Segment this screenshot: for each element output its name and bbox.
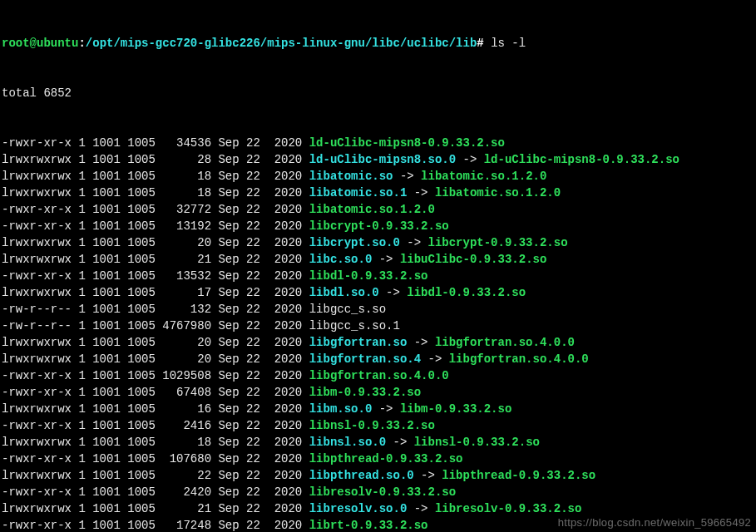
file-listing-row: -rwxr-xr-x 1 1001 1005 107680 Sep 22 202… bbox=[2, 451, 754, 467]
file-listing-row: -rw-r--r-- 1 1001 1005 4767980 Sep 22 20… bbox=[2, 318, 754, 334]
file-meta: lrwxrwxrwx 1 1001 1005 22 Sep 22 2020 bbox=[2, 469, 309, 482]
file-meta: lrwxrwxrwx 1 1001 1005 18 Sep 22 2020 bbox=[2, 170, 309, 183]
file-listing-row: lrwxrwxrwx 1 1001 1005 22 Sep 22 2020 li… bbox=[2, 467, 754, 484]
symlink-arrow: -> bbox=[372, 253, 400, 266]
file-listing-row: lrwxrwxrwx 1 1001 1005 16 Sep 22 2020 li… bbox=[2, 401, 754, 417]
file-name: libgfortran.so.4 bbox=[309, 352, 421, 366]
symlink-arrow: -> bbox=[379, 286, 408, 299]
file-listing-row: -rwxr-xr-x 1 1001 1005 1029508 Sep 22 20… bbox=[2, 367, 754, 384]
symlink-arrow: -> bbox=[407, 502, 435, 515]
file-name: libgcc_s.so.1 bbox=[309, 319, 400, 332]
file-meta: -rwxr-xr-x 1 1001 1005 13192 Sep 22 2020 bbox=[2, 219, 309, 233]
file-name: libdl.so.0 bbox=[309, 286, 379, 299]
file-meta: lrwxrwxrwx 1 1001 1005 28 Sep 22 2020 bbox=[2, 153, 309, 166]
file-listing-row: lrwxrwxrwx 1 1001 1005 28 Sep 22 2020 ld… bbox=[2, 151, 754, 168]
file-name: libcrypt.so.0 bbox=[309, 236, 400, 249]
file-name: libm.so.0 bbox=[309, 402, 373, 416]
file-listing-row: lrwxrwxrwx 1 1001 1005 18 Sep 22 2020 li… bbox=[2, 434, 754, 451]
symlink-target: libresolv-0.9.33.2.so bbox=[435, 502, 581, 515]
file-listing-row: -rwxr-xr-x 1 1001 1005 13192 Sep 22 2020… bbox=[2, 218, 754, 234]
file-listing-row: -rw-r--r-- 1 1001 1005 132 Sep 22 2020 l… bbox=[2, 301, 754, 318]
symlink-target: libatomic.so.1.2.0 bbox=[435, 186, 561, 200]
terminal-output[interactable]: root@ubuntu:/opt/mips-gcc720-glibc226/mi… bbox=[0, 0, 756, 532]
file-name: libdl-0.9.33.2.so bbox=[309, 269, 428, 283]
file-name: libpthread.so.0 bbox=[309, 469, 414, 482]
file-meta: -rwxr-xr-x 1 1001 1005 67408 Sep 22 2020 bbox=[2, 386, 309, 399]
file-meta: -rwxr-xr-x 1 1001 1005 107680 Sep 22 202… bbox=[2, 452, 309, 466]
file-name: librt-0.9.33.2.so bbox=[309, 519, 428, 532]
file-meta: lrwxrwxrwx 1 1001 1005 20 Sep 22 2020 bbox=[2, 352, 309, 366]
file-meta: -rwxr-xr-x 1 1001 1005 1029508 Sep 22 20… bbox=[2, 369, 309, 382]
file-listing-row: -rwxr-xr-x 1 1001 1005 32772 Sep 22 2020… bbox=[2, 201, 754, 218]
file-meta: -rwxr-xr-x 1 1001 1005 2416 Sep 22 2020 bbox=[2, 419, 309, 432]
file-meta: -rwxr-xr-x 1 1001 1005 17248 Sep 22 2020 bbox=[2, 519, 309, 532]
file-listing: -rwxr-xr-x 1 1001 1005 34536 Sep 22 2020… bbox=[2, 135, 754, 532]
file-meta: lrwxrwxrwx 1 1001 1005 16 Sep 22 2020 bbox=[2, 402, 309, 416]
file-listing-row: lrwxrwxrwx 1 1001 1005 17 Sep 22 2020 li… bbox=[2, 284, 754, 301]
symlink-target: libm-0.9.33.2.so bbox=[400, 402, 511, 416]
file-name: libpthread-0.9.33.2.so bbox=[309, 452, 463, 466]
file-meta: lrwxrwxrwx 1 1001 1005 18 Sep 22 2020 bbox=[2, 436, 309, 449]
symlink-arrow: -> bbox=[400, 236, 428, 249]
file-listing-row: lrwxrwxrwx 1 1001 1005 18 Sep 22 2020 li… bbox=[2, 168, 754, 185]
file-name: ld-uClibc-mipsn8-0.9.33.2.so bbox=[309, 136, 505, 150]
file-name: libgfortran.so bbox=[309, 336, 408, 349]
file-name: libresolv.so.0 bbox=[309, 502, 408, 515]
file-listing-row: lrwxrwxrwx 1 1001 1005 20 Sep 22 2020 li… bbox=[2, 234, 754, 251]
file-name: libc.so.0 bbox=[309, 253, 373, 266]
symlink-target: ld-uClibc-mipsn8-0.9.33.2.so bbox=[484, 153, 679, 166]
symlink-target: libnsl-0.9.33.2.so bbox=[414, 436, 540, 449]
file-meta: -rwxr-xr-x 1 1001 1005 2420 Sep 22 2020 bbox=[2, 485, 309, 499]
file-name: libatomic.so.1 bbox=[309, 186, 408, 200]
file-listing-row: -rwxr-xr-x 1 1001 1005 34536 Sep 22 2020… bbox=[2, 135, 754, 151]
file-meta: -rwxr-xr-x 1 1001 1005 13532 Sep 22 2020 bbox=[2, 269, 309, 283]
symlink-target: libcrypt-0.9.33.2.so bbox=[428, 236, 568, 249]
file-name: libgfortran.so.4.0.0 bbox=[309, 369, 449, 382]
file-listing-row: lrwxrwxrwx 1 1001 1005 20 Sep 22 2020 li… bbox=[2, 351, 754, 367]
symlink-arrow: -> bbox=[414, 469, 442, 482]
file-meta: -rw-r--r-- 1 1001 1005 4767980 Sep 22 20… bbox=[2, 319, 309, 332]
file-listing-row: -rwxr-xr-x 1 1001 1005 13532 Sep 22 2020… bbox=[2, 268, 754, 284]
file-meta: lrwxrwxrwx 1 1001 1005 21 Sep 22 2020 bbox=[2, 502, 309, 515]
file-name: libnsl-0.9.33.2.so bbox=[309, 419, 435, 432]
file-name: libgcc_s.so bbox=[309, 303, 386, 316]
file-name: libcrypt-0.9.33.2.so bbox=[309, 219, 449, 233]
symlink-target: libpthread-0.9.33.2.so bbox=[442, 469, 595, 482]
file-listing-row: -rwxr-xr-x 1 1001 1005 2420 Sep 22 2020 … bbox=[2, 484, 754, 500]
symlink-arrow: -> bbox=[407, 186, 435, 200]
file-meta: lrwxrwxrwx 1 1001 1005 20 Sep 22 2020 bbox=[2, 236, 309, 249]
symlink-target: libgfortran.so.4.0.0 bbox=[449, 352, 589, 366]
file-listing-row: -rwxr-xr-x 1 1001 1005 17248 Sep 22 2020… bbox=[2, 517, 754, 532]
file-meta: lrwxrwxrwx 1 1001 1005 21 Sep 22 2020 bbox=[2, 253, 309, 266]
file-listing-row: lrwxrwxrwx 1 1001 1005 21 Sep 22 2020 li… bbox=[2, 251, 754, 268]
file-listing-row: -rwxr-xr-x 1 1001 1005 67408 Sep 22 2020… bbox=[2, 384, 754, 401]
symlink-arrow: -> bbox=[407, 336, 435, 349]
file-name: ld-uClibc-mipsn8.so.0 bbox=[309, 153, 456, 166]
symlink-arrow: -> bbox=[421, 352, 449, 366]
prompt-path: /opt/mips-gcc720-glibc226/mips-linux-gnu… bbox=[86, 37, 477, 50]
symlink-target: libuClibc-0.9.33.2.so bbox=[400, 253, 546, 266]
command-text: ls -l bbox=[491, 37, 526, 50]
symlink-arrow: -> bbox=[393, 170, 422, 183]
file-listing-row: lrwxrwxrwx 1 1001 1005 18 Sep 22 2020 li… bbox=[2, 185, 754, 201]
file-name: libresolv-0.9.33.2.so bbox=[309, 485, 456, 499]
file-listing-row: lrwxrwxrwx 1 1001 1005 21 Sep 22 2020 li… bbox=[2, 500, 754, 517]
total-line: total 6852 bbox=[2, 85, 754, 101]
file-meta: lrwxrwxrwx 1 1001 1005 20 Sep 22 2020 bbox=[2, 336, 309, 349]
file-name: libnsl.so.0 bbox=[309, 436, 386, 449]
symlink-arrow: -> bbox=[456, 153, 484, 166]
symlink-target: libdl-0.9.33.2.so bbox=[407, 286, 526, 299]
file-name: libm-0.9.33.2.so bbox=[309, 386, 421, 399]
file-name: libatomic.so bbox=[309, 170, 393, 183]
symlink-arrow: -> bbox=[372, 402, 400, 416]
file-name: libatomic.so.1.2.0 bbox=[309, 203, 435, 216]
file-listing-row: -rwxr-xr-x 1 1001 1005 2416 Sep 22 2020 … bbox=[2, 417, 754, 434]
symlink-target: libgfortran.so.4.0.0 bbox=[435, 336, 575, 349]
file-listing-row: lrwxrwxrwx 1 1001 1005 20 Sep 22 2020 li… bbox=[2, 334, 754, 351]
symlink-target: libatomic.so.1.2.0 bbox=[421, 170, 546, 183]
file-meta: lrwxrwxrwx 1 1001 1005 18 Sep 22 2020 bbox=[2, 186, 309, 200]
file-meta: -rwxr-xr-x 1 1001 1005 32772 Sep 22 2020 bbox=[2, 203, 309, 216]
prompt-userhost: root@ubuntu bbox=[2, 37, 78, 50]
file-meta: -rw-r--r-- 1 1001 1005 132 Sep 22 2020 bbox=[2, 303, 309, 316]
prompt-line: root@ubuntu:/opt/mips-gcc720-glibc226/mi… bbox=[2, 35, 754, 52]
